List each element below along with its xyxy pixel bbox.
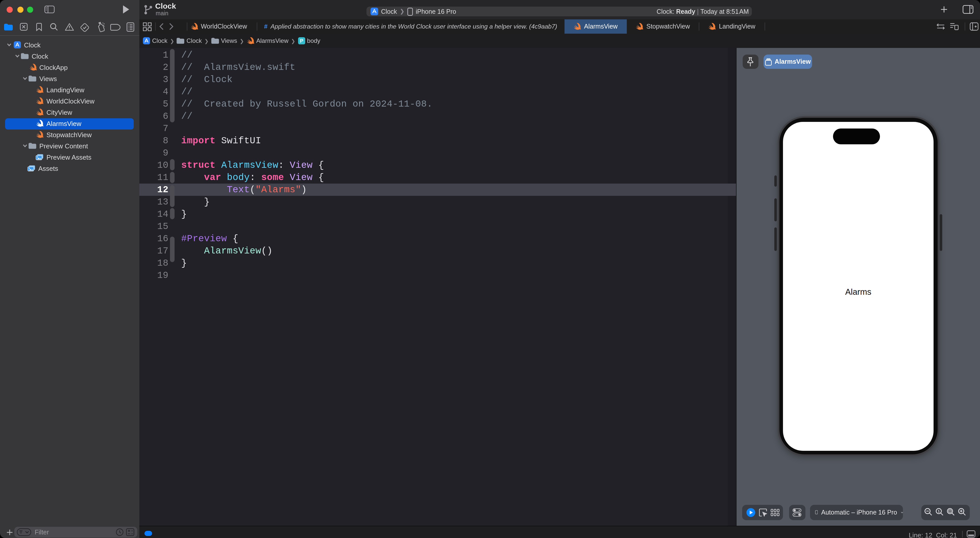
svg-text:P: P xyxy=(300,38,303,44)
svg-text:1: 1 xyxy=(938,509,940,513)
